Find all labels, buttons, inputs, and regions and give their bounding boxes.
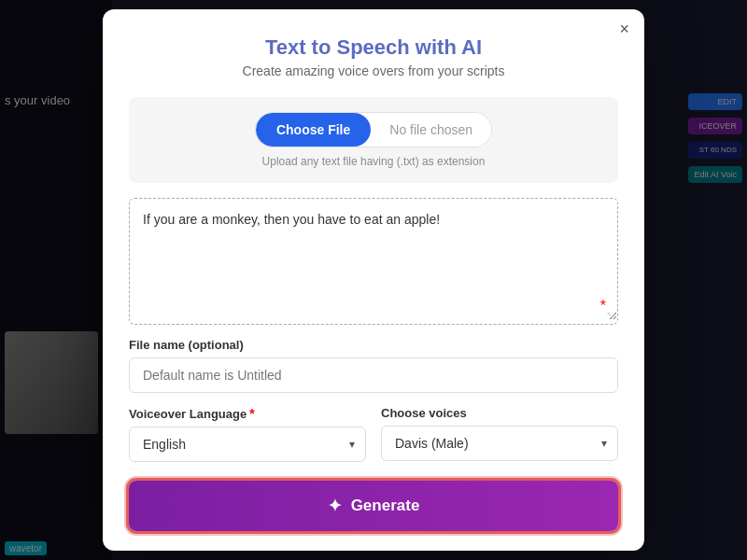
modal-subtitle: Create amazing voice overs from your scr… [129,63,618,78]
text-area-container: * ⤡ [129,198,618,325]
file-name-input[interactable] [129,357,618,393]
voiceover-language-label: Voiceover Language * [129,406,366,421]
generate-label: Generate [351,497,420,515]
speech-textarea[interactable] [130,199,617,320]
close-button[interactable]: × [619,21,629,37]
resize-handle: ⤡ [606,309,615,322]
dropdowns-row: Voiceover Language * English Spanish Fre… [129,406,618,462]
language-required: * [249,406,254,421]
generate-button[interactable]: ✦ Generate [129,481,618,531]
file-upload-row: Choose File No file chosen [255,112,492,147]
modal-backdrop: × Text to Speech with AI Create amazing … [0,0,747,560]
modal-title: Text to Speech with AI [129,35,618,60]
generate-btn-wrapper: ✦ Generate [129,481,618,531]
choose-voices-label: Choose voices [381,406,618,420]
language-select[interactable]: English Spanish French German Hindi [129,427,366,462]
file-upload-area: Choose File No file chosen Upload any te… [129,97,618,183]
sparkle-icon: ✦ [328,496,342,516]
modal-dialog: × Text to Speech with AI Create amazing … [103,9,644,551]
choose-file-button[interactable]: Choose File [256,113,371,147]
voices-select-wrapper: Davis (Male) Jenny (Female) Guy (Male) A… [381,426,618,461]
no-file-text: No file chosen [371,113,491,147]
language-select-wrapper: English Spanish French German Hindi ▾ [129,427,366,462]
choose-voices-group: Choose voices Davis (Male) Jenny (Female… [381,406,618,462]
voiceover-language-group: Voiceover Language * English Spanish Fre… [129,406,366,462]
voices-select[interactable]: Davis (Male) Jenny (Female) Guy (Male) A… [381,426,618,461]
file-hint: Upload any text file having (.txt) as ex… [262,155,486,168]
file-name-label: File name (optional) [129,338,618,352]
